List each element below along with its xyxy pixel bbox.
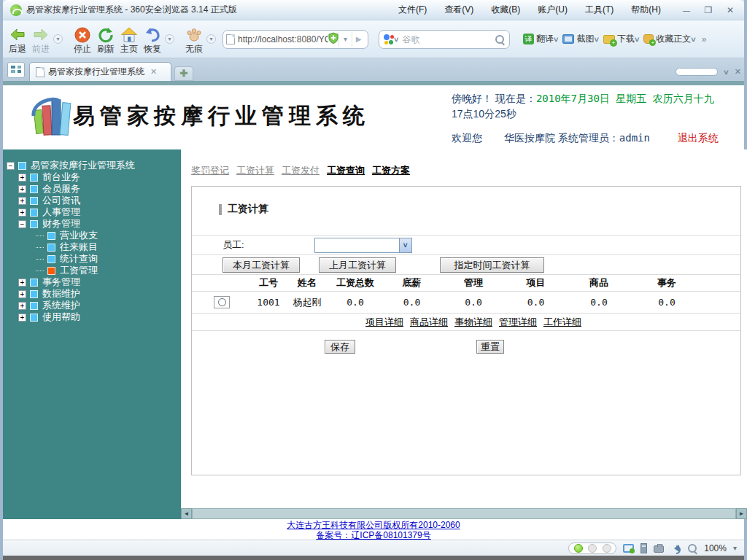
link-goods-detail[interactable]: 商品详细	[410, 316, 448, 329]
nav-link-scheme[interactable]: 工资方案	[372, 164, 410, 177]
restore-button[interactable]: 恢复	[141, 25, 164, 54]
calc-this-month-button[interactable]: 本月工资计算	[222, 257, 300, 273]
nav-link-reward[interactable]: 奖罚登记	[191, 164, 229, 177]
minimize-button[interactable]	[678, 4, 694, 17]
tree-expand-icon[interactable]	[18, 185, 26, 193]
speaker-icon[interactable]	[670, 545, 679, 552]
calc-last-month-button[interactable]: 上月工资计算	[319, 257, 396, 273]
tree-expand-icon[interactable]	[18, 290, 26, 298]
tree-expand-icon[interactable]	[18, 279, 26, 287]
scroll-left-icon[interactable]	[181, 508, 192, 519]
translate-dropdown-icon[interactable]	[554, 35, 558, 44]
tab-list-grid-icon[interactable]	[7, 62, 25, 78]
compatibility-mode-icon[interactable]	[623, 544, 634, 553]
back-button[interactable]: 后退	[6, 25, 29, 54]
tabbar-close-icon[interactable]	[735, 67, 741, 77]
sidebar-item-data-maintain[interactable]: 数据维护	[3, 288, 181, 300]
history-dropdown-icon[interactable]	[53, 34, 63, 44]
tab-close-icon[interactable]	[150, 67, 157, 77]
menu-favorites[interactable]: 收藏(B)	[484, 1, 527, 18]
sidebar-item-finance[interactable]: 财务管理	[3, 218, 181, 230]
sidebar-item-company-info[interactable]: 公司资讯	[3, 195, 181, 206]
stop-button[interactable]: 停止	[71, 25, 94, 54]
screenshot-button[interactable]: 截图	[562, 33, 598, 45]
icp-link[interactable]: 备案号：辽ICP备08101379号	[3, 530, 744, 540]
menu-tools[interactable]: 工具(T)	[578, 1, 621, 18]
shield-add-icon[interactable]	[328, 32, 338, 47]
nav-link-calc[interactable]: 工资计算	[236, 164, 274, 177]
employee-select[interactable]	[314, 238, 412, 253]
sidebar-item-member-service[interactable]: 会员服务	[3, 183, 181, 195]
link-project-detail[interactable]: 项目详细	[365, 316, 403, 329]
tree-expand-icon[interactable]	[18, 302, 26, 310]
google-icon[interactable]	[384, 34, 394, 44]
search-icon[interactable]	[495, 34, 505, 44]
forward-button[interactable]: 前进	[29, 25, 53, 54]
menu-file[interactable]: 文件(F)	[391, 1, 434, 18]
screenshot-dropdown-icon[interactable]	[594, 35, 598, 44]
sidebar-item-front-desk[interactable]: 前台业务	[3, 171, 181, 183]
search-box[interactable]	[379, 30, 510, 49]
copyright-link[interactable]: 大连古方王科技有限公司版权所有2010-2060	[3, 520, 744, 530]
toolbar-overflow-icon[interactable]: »	[702, 34, 707, 44]
reset-button[interactable]: 重置	[476, 340, 504, 354]
sidebar-item-hr[interactable]: 人事管理	[3, 206, 181, 218]
home-button[interactable]: 主页	[117, 25, 141, 54]
scroll-right-icon[interactable]	[736, 508, 747, 519]
search-input[interactable]	[402, 34, 495, 44]
tree-expand-icon[interactable]	[18, 174, 26, 182]
sidebar-item-affairs[interactable]: 事务管理	[3, 276, 181, 288]
select-chevron-icon[interactable]	[399, 238, 411, 252]
tree-expand-icon[interactable]	[18, 197, 26, 205]
tree-expand-icon[interactable]	[18, 314, 26, 322]
session-pill[interactable]	[676, 68, 718, 76]
link-affair-detail[interactable]: 事物详细	[454, 316, 492, 329]
address-input[interactable]	[238, 34, 328, 44]
sidebar-item-root[interactable]: 易管家按摩行业管理系统	[3, 160, 181, 171]
sidebar-item-help[interactable]: 使用帮助	[3, 311, 181, 323]
horizontal-scrollbar[interactable]	[181, 508, 747, 519]
new-tab-button[interactable]	[174, 66, 193, 81]
translate-button[interactable]: 译 翻译	[523, 33, 558, 45]
tree-collapse-icon[interactable]	[18, 220, 26, 228]
sidebar-item-revenue[interactable]: 营业收支	[3, 230, 181, 241]
maximize-button[interactable]	[700, 4, 716, 17]
zoom-magnifier-icon[interactable]	[687, 543, 697, 553]
address-bar[interactable]	[222, 30, 368, 49]
zoom-dropdown-icon[interactable]	[733, 544, 737, 552]
menu-account[interactable]: 账户(U)	[530, 1, 575, 18]
link-work-detail[interactable]: 工作详细	[543, 316, 581, 329]
menu-help[interactable]: 帮助(H)	[624, 1, 668, 18]
scrollbar-thumb[interactable]	[192, 508, 736, 519]
go-icon[interactable]	[352, 31, 365, 47]
traceless-button[interactable]: 无痕	[182, 25, 206, 54]
download-dropdown-icon[interactable]	[635, 35, 639, 44]
tree-expand-icon[interactable]	[18, 209, 26, 217]
refresh-button[interactable]: 刷新	[94, 25, 117, 54]
briefcase-icon[interactable]	[654, 545, 664, 553]
menu-view[interactable]: 查看(V)	[437, 1, 481, 18]
tabbar-chevron-down-icon[interactable]	[724, 68, 728, 77]
save-button[interactable]: 保存	[325, 340, 355, 354]
nav-link-query[interactable]: 工资查询	[327, 164, 365, 177]
sidebar-item-statistics[interactable]: 统计查询	[3, 253, 181, 265]
close-button[interactable]	[722, 4, 738, 17]
nav-link-pay[interactable]: 工资发付	[282, 164, 320, 177]
traceless-dropdown-icon[interactable]	[206, 34, 216, 44]
collect-text-button[interactable]: 收藏正文	[643, 33, 695, 45]
sidebar-item-salary-selected[interactable]: 工资管理	[3, 265, 181, 276]
download-button[interactable]: 下载	[603, 33, 639, 45]
zoom-level[interactable]: 100%	[704, 543, 727, 553]
restore-dropdown-icon[interactable]	[165, 34, 174, 44]
tab-active[interactable]: 易管家按摩行业管理系统	[29, 62, 171, 81]
logout-link[interactable]: 退出系统	[678, 132, 719, 144]
search-engine-dropdown-icon[interactable]	[394, 35, 398, 44]
link-mgmt-detail[interactable]: 管理详细	[499, 316, 537, 329]
collect-dropdown-icon[interactable]	[691, 35, 695, 44]
sidebar-item-system-maintain[interactable]: 系统维护	[3, 300, 181, 311]
calc-custom-time-button[interactable]: 指定时间工资计算	[440, 257, 544, 273]
row-radio-button[interactable]	[218, 298, 226, 306]
sidebar-item-accounts[interactable]: 往来账目	[3, 241, 181, 253]
address-dropdown-icon[interactable]	[338, 31, 352, 47]
computer-icon[interactable]	[640, 543, 647, 553]
